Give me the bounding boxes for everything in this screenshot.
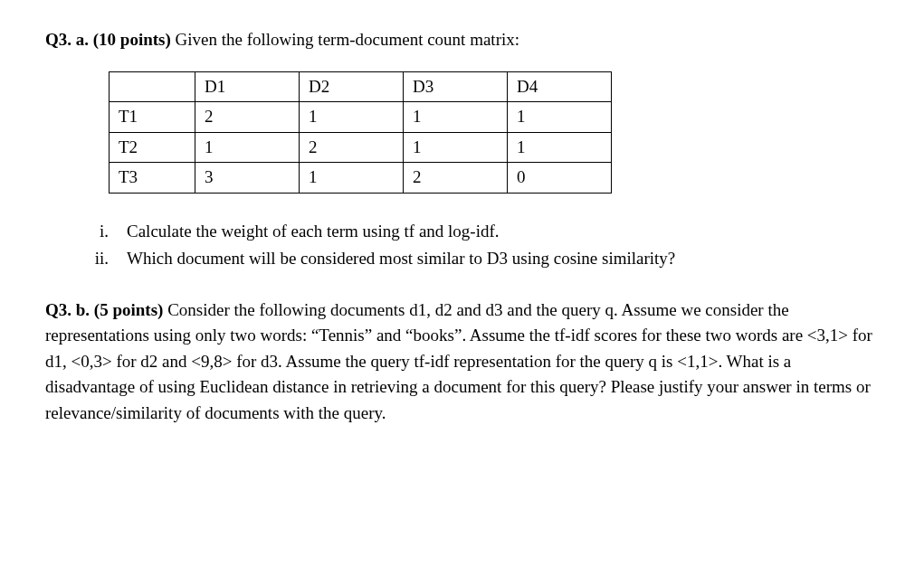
q3a-label: Q3. a. (10 points) (45, 30, 171, 49)
table-row-label: T2 (110, 132, 195, 163)
term-document-matrix: D1 D2 D3 D4 T1 2 1 1 1 T2 1 2 1 1 T3 3 1… (109, 71, 612, 194)
list-content: Which document will be considered most s… (127, 246, 879, 272)
table-header-cell: D1 (195, 71, 300, 102)
table-header-row: D1 D2 D3 D4 (110, 71, 612, 102)
table-cell: 1 (404, 132, 508, 163)
table-cell: 1 (508, 102, 612, 133)
table-row: T2 1 2 1 1 (110, 132, 612, 163)
table-cell: 3 (195, 163, 300, 194)
term-document-matrix-wrapper: D1 D2 D3 D4 T1 2 1 1 1 T2 1 2 1 1 T3 3 1… (109, 71, 879, 194)
table-cell: 1 (300, 102, 404, 133)
list-marker: ii. (81, 246, 127, 272)
q3a-intro: Given the following term-document count … (171, 30, 519, 49)
table-cell: 2 (300, 132, 404, 163)
q3b-text: Consider the following documents d1, d2 … (45, 300, 872, 422)
table-cell: 2 (404, 163, 508, 194)
list-marker: i. (81, 219, 127, 245)
table-cell: 0 (508, 163, 612, 194)
table-header-cell: D4 (508, 71, 612, 102)
table-header-cell: D2 (300, 71, 404, 102)
table-cell: 2 (195, 102, 300, 133)
q3a-header: Q3. a. (10 points) Given the following t… (45, 27, 879, 53)
table-cell: 1 (195, 132, 300, 163)
table-row-label: T1 (110, 102, 195, 133)
table-cell: 1 (300, 163, 404, 194)
list-item: i. Calculate the weight of each term usi… (81, 219, 879, 245)
table-row-label: T3 (110, 163, 195, 194)
table-cell: 1 (404, 102, 508, 133)
table-row: T1 2 1 1 1 (110, 102, 612, 133)
table-row: T3 3 1 2 0 (110, 163, 612, 194)
table-cell: 1 (508, 132, 612, 163)
q3b-label: Q3. b. (5 points) (45, 300, 163, 319)
q3a-sublist: i. Calculate the weight of each term usi… (81, 219, 879, 272)
list-content: Calculate the weight of each term using … (127, 219, 879, 245)
table-header-cell (110, 71, 195, 102)
table-header-cell: D3 (404, 71, 508, 102)
q3b-paragraph: Q3. b. (5 points) Consider the following… (45, 297, 879, 427)
list-item: ii. Which document will be considered mo… (81, 246, 879, 272)
